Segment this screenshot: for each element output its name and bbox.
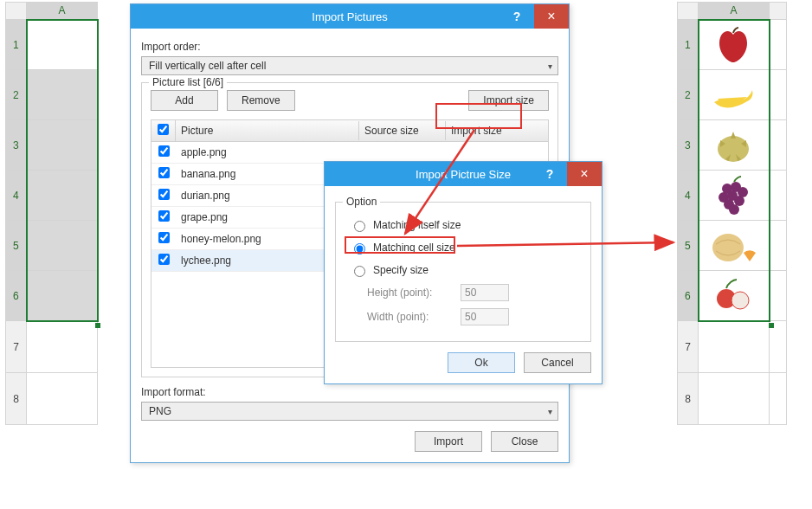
row-head[interactable]: 1 [678, 20, 699, 70]
title-bar[interactable]: Import Pictures ? × [131, 4, 569, 29]
grape-image [700, 173, 766, 218]
remove-button[interactable]: Remove [227, 90, 295, 111]
row-head[interactable]: 6 [6, 271, 27, 321]
radio-input[interactable] [354, 221, 365, 232]
cell[interactable] [699, 373, 770, 425]
height-input [461, 284, 509, 301]
select-all[interactable] [678, 3, 699, 20]
row-checkbox[interactable] [158, 145, 170, 157]
row-head[interactable]: 4 [678, 171, 699, 221]
row-head[interactable]: 8 [678, 373, 699, 425]
cell[interactable] [27, 321, 98, 373]
import-order-select[interactable]: Fill vertically cell after cell ▾ [141, 56, 558, 75]
row-name: apple.png [176, 145, 359, 160]
import-format-select[interactable]: PNG ▾ [141, 402, 558, 421]
close-button[interactable]: × [567, 162, 602, 186]
title-bar[interactable]: Import Pictrue Size ? × [325, 162, 602, 186]
cell-image[interactable] [699, 20, 770, 70]
lychee-image [700, 273, 766, 318]
row-head[interactable]: 7 [678, 321, 699, 373]
import-format-label: Import format: [141, 386, 558, 398]
help-button[interactable]: ? [499, 4, 534, 29]
row-head[interactable]: 3 [678, 120, 699, 171]
cell[interactable] [699, 321, 770, 373]
row-head[interactable]: 5 [678, 221, 699, 271]
svg-point-0 [718, 136, 749, 162]
cell-image[interactable] [699, 171, 770, 221]
right-spreadsheet[interactable]: A 1 2 3 4 5 6 7 8 [677, 2, 787, 425]
import-size-button[interactable]: Import size [468, 90, 549, 111]
cell-image[interactable] [699, 221, 770, 271]
svg-point-14 [712, 234, 744, 261]
col-head-a[interactable]: A [27, 3, 98, 20]
row-checkbox[interactable] [158, 189, 170, 200]
import-button[interactable]: Import [415, 431, 482, 452]
ok-button[interactable]: Ok [448, 352, 515, 373]
cell[interactable] [27, 271, 98, 321]
width-label: Width (point): [367, 311, 454, 323]
picture-list-label: Picture list [6/6] [149, 76, 227, 88]
row-head[interactable]: 3 [6, 120, 27, 171]
row-head[interactable]: 4 [6, 171, 27, 221]
row-checkbox[interactable] [158, 254, 170, 265]
honey-melon-image [700, 223, 766, 268]
col-source-size[interactable]: Source size [359, 121, 446, 140]
col-head-a[interactable]: A [699, 3, 770, 20]
durian-image [700, 123, 766, 168]
svg-point-11 [734, 196, 744, 206]
row-head[interactable]: 7 [6, 321, 27, 373]
width-input [461, 308, 509, 325]
cell[interactable] [27, 171, 98, 221]
row-checkbox[interactable] [158, 232, 170, 243]
svg-point-13 [729, 204, 739, 215]
cell[interactable] [27, 373, 98, 425]
radio-label: Matching cell size [373, 242, 455, 254]
cancel-button[interactable]: Cancel [524, 352, 591, 373]
apple-image [700, 23, 766, 68]
col-picture[interactable]: Picture [176, 121, 359, 140]
close-dialog-button[interactable]: Close [491, 431, 558, 452]
dialog-title: Import Pictrue Size [416, 168, 511, 181]
radio-input[interactable] [354, 243, 365, 254]
cell-image[interactable] [699, 70, 770, 120]
banana-image [700, 73, 766, 118]
height-label: Height (point): [367, 287, 454, 299]
cell[interactable] [27, 221, 98, 271]
import-order-value: Fill vertically cell after cell [149, 60, 266, 72]
add-button[interactable]: Add [151, 90, 218, 111]
radio-specify-size[interactable]: Specify size [350, 263, 582, 277]
row-head[interactable]: 2 [678, 70, 699, 120]
option-group-label: Option [343, 196, 380, 208]
col-head[interactable] [770, 3, 787, 20]
select-all[interactable] [6, 3, 27, 20]
import-format-value: PNG [149, 405, 171, 417]
import-picture-size-dialog: Import Pictrue Size ? × Option Matching … [324, 161, 603, 384]
row-head[interactable]: 2 [6, 70, 27, 120]
left-spreadsheet[interactable]: A 1 2 3 4 5 6 7 8 [5, 2, 99, 425]
dialog-title: Import Pictures [312, 10, 387, 23]
selection-handle[interactable] [769, 323, 774, 328]
svg-marker-1 [731, 132, 736, 139]
row-head[interactable]: 6 [678, 271, 699, 321]
row-head[interactable]: 8 [6, 373, 27, 425]
cell[interactable] [27, 70, 98, 120]
select-all-checkbox[interactable] [158, 124, 169, 135]
row-checkbox[interactable] [158, 210, 170, 222]
radio-matching-cell[interactable]: Matching cell size [350, 241, 582, 254]
selection-handle[interactable] [95, 323, 100, 328]
row-checkbox[interactable] [158, 167, 170, 178]
row-head[interactable]: 5 [6, 221, 27, 271]
radio-matching-itself[interactable]: Matching itself size [350, 218, 582, 232]
import-order-label: Import order: [141, 41, 558, 53]
chevron-down-icon: ▾ [548, 61, 552, 71]
cell[interactable] [27, 120, 98, 171]
cell-image[interactable] [699, 271, 770, 321]
cell-image[interactable] [699, 120, 770, 171]
help-button[interactable]: ? [532, 162, 567, 186]
radio-input[interactable] [354, 266, 365, 277]
cell[interactable] [27, 20, 98, 70]
close-button[interactable]: × [534, 4, 569, 29]
col-import-size[interactable]: Import size [446, 121, 548, 140]
chevron-down-icon: ▾ [548, 407, 552, 416]
row-head[interactable]: 1 [6, 20, 27, 70]
